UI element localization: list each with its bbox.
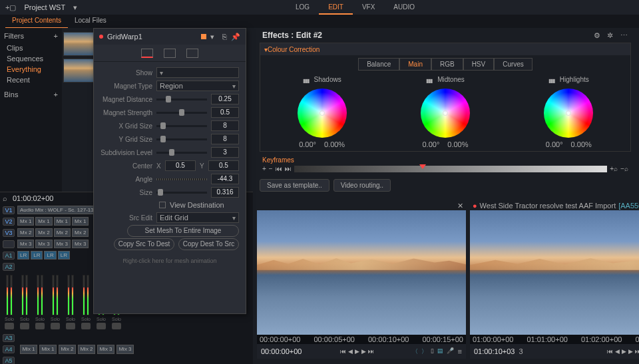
bars-icon[interactable]: ▮▮▮ bbox=[548, 78, 554, 84]
timecode-ruler[interactable]: 00:00:00+0000:00:05+0000:00:10+0000:00:1… bbox=[257, 335, 466, 344]
size-slider[interactable] bbox=[156, 192, 207, 194]
center-x-value[interactable]: 0.5 bbox=[165, 160, 196, 171]
dropdown-icon[interactable]: ▾ bbox=[210, 33, 214, 41]
fader[interactable] bbox=[112, 323, 121, 329]
magnet-dist-slider[interactable] bbox=[156, 98, 207, 100]
play-icon[interactable]: ▶ bbox=[622, 348, 626, 355]
settings-icon[interactable]: ⚙ bbox=[594, 31, 602, 39]
tab-audio[interactable]: AUDIO bbox=[384, 1, 424, 15]
size-value[interactable]: 0.316 bbox=[211, 187, 239, 198]
goto-start-icon[interactable]: ⏮ bbox=[607, 348, 613, 355]
subdiv-value[interactable]: 3 bbox=[211, 147, 239, 158]
step-fwd-icon[interactable]: ▶ bbox=[628, 348, 633, 355]
filter-everything[interactable]: Everything bbox=[4, 64, 58, 75]
dropdown-icon[interactable]: ▾ bbox=[73, 3, 77, 12]
track-a2[interactable]: A2 bbox=[3, 263, 15, 271]
track-a5[interactable]: A5 bbox=[3, 357, 15, 365]
goto-end-icon[interactable]: ⏭ bbox=[635, 348, 639, 355]
track-a1[interactable]: A1 bbox=[3, 252, 15, 260]
highlights-color-wheel[interactable] bbox=[544, 89, 593, 138]
fader[interactable] bbox=[5, 323, 14, 329]
track-v1[interactable]: V1 bbox=[3, 206, 15, 214]
keyframe-track[interactable] bbox=[294, 166, 608, 172]
fader[interactable] bbox=[81, 323, 91, 329]
more-icon[interactable]: ⋯ bbox=[620, 31, 628, 39]
link-icon[interactable]: ⎘ bbox=[222, 33, 227, 41]
magnet-dist-value[interactable]: 0.25 bbox=[211, 94, 239, 104]
fader[interactable] bbox=[97, 323, 106, 329]
cc-tab-rgb[interactable]: RGB bbox=[431, 58, 463, 71]
tab-vfx[interactable]: VFX bbox=[353, 1, 384, 15]
tab-log[interactable]: LOG bbox=[286, 1, 319, 15]
ygrid-value[interactable]: 8 bbox=[211, 134, 239, 144]
timeline-timecode[interactable]: 01:00:02+00 bbox=[13, 194, 53, 202]
center-y-value[interactable]: 0.5 bbox=[208, 160, 239, 171]
step-fwd-icon[interactable]: ▶ bbox=[361, 348, 366, 355]
cc-tab-curves[interactable]: Curves bbox=[494, 58, 532, 71]
gw-tab-1[interactable] bbox=[141, 49, 153, 58]
subdiv-slider[interactable] bbox=[156, 152, 207, 154]
search-icon[interactable]: ⌕ bbox=[3, 194, 7, 202]
source-image[interactable] bbox=[257, 210, 466, 335]
marker-icon[interactable]: ▯ bbox=[431, 347, 434, 356]
keyframe-marker[interactable] bbox=[419, 164, 426, 169]
cc-tab-main[interactable]: Main bbox=[399, 58, 431, 71]
show-select[interactable] bbox=[156, 67, 239, 78]
gw-tab-3[interactable] bbox=[186, 49, 198, 58]
copy-dest-button[interactable]: Copy Dest To Src bbox=[178, 238, 239, 250]
add-filter-icon[interactable]: + bbox=[54, 32, 58, 40]
filter-recent[interactable]: Recent bbox=[4, 75, 58, 85]
shadows-color-wheel[interactable] bbox=[298, 89, 347, 138]
project-name[interactable]: Project WST bbox=[24, 3, 65, 11]
src-edit-select[interactable]: Edit Grid bbox=[156, 212, 239, 223]
pin-icon[interactable]: 📌 bbox=[231, 33, 240, 41]
video-routing-button[interactable]: Video routing.. bbox=[333, 179, 391, 192]
kf-add-icon[interactable]: + bbox=[262, 165, 266, 172]
angle-value[interactable]: -44.3 bbox=[211, 174, 239, 184]
mark-in-icon[interactable]: 〈 bbox=[412, 347, 418, 356]
kf-prev-icon[interactable]: ⏮ bbox=[276, 165, 282, 172]
track-a4[interactable]: A4 bbox=[3, 345, 15, 353]
bars-icon[interactable]: ▮▮▮ bbox=[303, 78, 309, 84]
kf-zoom-out-icon[interactable]: −⌕ bbox=[620, 165, 628, 172]
view-dest-checkbox[interactable] bbox=[159, 202, 166, 208]
track-v3[interactable]: V3 bbox=[3, 229, 15, 237]
audio-icon[interactable]: 🎤 bbox=[447, 347, 454, 356]
set-mesh-button[interactable]: Set Mesh To Entire Image bbox=[127, 225, 239, 237]
track-a3[interactable]: A3 bbox=[3, 334, 15, 342]
copy-src-button[interactable]: Copy Src To Dest bbox=[114, 238, 174, 250]
timecode-display[interactable]: 00:00:00+00 bbox=[261, 347, 302, 355]
track-v2[interactable]: V2 bbox=[3, 218, 15, 226]
filter-sequences[interactable]: Sequences bbox=[4, 53, 58, 64]
ygrid-slider[interactable] bbox=[156, 138, 207, 140]
xgrid-value[interactable]: 8 bbox=[211, 120, 239, 131]
midtones-color-wheel[interactable] bbox=[421, 89, 470, 138]
goto-start-icon[interactable]: ⏮ bbox=[340, 348, 346, 355]
close-icon[interactable]: ✕ bbox=[457, 202, 463, 210]
kf-zoom-in-icon[interactable]: +⌕ bbox=[610, 165, 618, 172]
kf-remove-icon[interactable]: − bbox=[269, 165, 273, 172]
cc-tab-hsv[interactable]: HSV bbox=[463, 58, 495, 71]
fader[interactable] bbox=[66, 323, 75, 329]
step-back-icon[interactable]: ◀ bbox=[348, 348, 353, 355]
step-back-icon[interactable]: ◀ bbox=[615, 348, 620, 355]
xgrid-slider[interactable] bbox=[156, 125, 207, 127]
save-template-button[interactable]: Save as template.. bbox=[260, 179, 329, 192]
filter-clips[interactable]: Clips bbox=[4, 43, 58, 53]
record-image[interactable] bbox=[470, 210, 639, 335]
goto-end-icon[interactable]: ⏭ bbox=[368, 348, 374, 355]
fader[interactable] bbox=[51, 323, 60, 329]
tab-local-files[interactable]: Local Files bbox=[68, 15, 113, 28]
timecode-display[interactable]: 01:00:10+03 bbox=[474, 347, 515, 355]
kf-next-icon[interactable]: ⏭ bbox=[285, 165, 292, 172]
tab-project-contents[interactable]: Project Contents bbox=[5, 15, 68, 28]
gw-tab-2[interactable] bbox=[164, 49, 176, 58]
magnet-type-select[interactable]: Region bbox=[156, 81, 239, 91]
menu-icon[interactable]: +▢ bbox=[5, 3, 16, 12]
tool-icon[interactable]: ▤ bbox=[437, 347, 443, 356]
tab-edit[interactable]: EDIT bbox=[319, 1, 353, 15]
fader[interactable] bbox=[35, 323, 45, 329]
bars-icon[interactable]: ▮▮▮ bbox=[426, 78, 432, 84]
angle-slider[interactable] bbox=[156, 178, 207, 180]
magnet-str-slider[interactable] bbox=[156, 112, 207, 114]
